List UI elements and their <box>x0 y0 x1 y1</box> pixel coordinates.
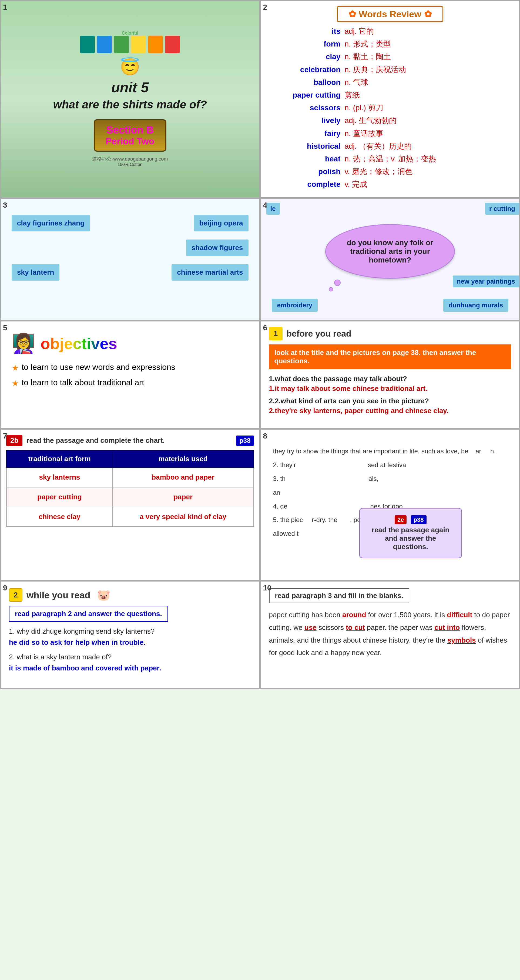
objective-2-text: to learn to talk about traditional art <box>22 378 144 387</box>
q9-2: 2. what is a sky lantern made of? it is … <box>9 653 251 674</box>
word-en-paper-cutting: paper cutting <box>269 90 345 100</box>
word-def-form: n. 形式；类型 <box>345 39 511 49</box>
shirt-blue <box>97 36 112 53</box>
word-row-scissors: scissors n. (pl.) 剪刀 <box>269 102 511 113</box>
cell-2-number: 2 <box>263 3 268 12</box>
word-en-lively: lively <box>269 115 345 126</box>
shirt-green <box>114 36 129 53</box>
cell-10: 10 read paragraph 3 and fill in the blan… <box>260 581 520 689</box>
words-review-title: Words Review <box>337 6 443 22</box>
word-en-scissors: scissors <box>269 102 345 113</box>
section-6-header: 1 before you read <box>269 327 511 340</box>
words-review-header: Words Review <box>269 6 511 22</box>
main-grid: 1 Colorful 😇 unit 5 what are the shirts … <box>0 0 520 689</box>
thought-text: do you know any folk or traditional arts… <box>347 239 433 264</box>
q6-1-answer: 1.it may talk about some chinese traditi… <box>269 385 511 393</box>
word-en-celebration: celebration <box>269 64 345 75</box>
word-row-clay: clay n. 黏土；陶土 <box>269 51 511 62</box>
cell-4-number: 4 <box>263 201 268 210</box>
q6-1-text: 1.what does the passage may talk about? <box>269 375 511 383</box>
badge-2: 2 <box>9 588 22 602</box>
word-def-balloon: n. 气球 <box>345 77 511 88</box>
word-def-its: adj. 它的 <box>345 26 511 37</box>
cell7-header: 2b read the passage and complete the cha… <box>6 435 254 446</box>
table-header-row: traditional art form materials used <box>6 450 254 468</box>
colorful-label: Colorful <box>122 31 138 36</box>
objective-1-text: to learn to use new words and expression… <box>22 363 175 372</box>
pig-icon: 🐷 <box>97 589 111 601</box>
word-def-historical: adj. （有关）历史的 <box>345 141 511 151</box>
folk-art-dunhuang: dunhuang murals <box>443 299 508 312</box>
cotton-label: 100% Cotton <box>117 162 143 167</box>
material-paper-cutting: paper <box>113 487 254 507</box>
word-en-complete: complete <box>269 179 345 189</box>
q6-2: 2.2.what kind of arts can you see in the… <box>269 397 511 415</box>
fill-text-block: paper cutting has been around for over 1… <box>269 609 511 659</box>
bubble-2c-header: 2c p38 <box>369 515 452 523</box>
blank-difficult: difficult <box>447 611 472 619</box>
badge-2c: 2c <box>395 515 407 524</box>
folk-row-3: sky lantern chinese martial arts <box>12 264 249 281</box>
cell-4: 4 le r cutting do you know any folk or t… <box>260 198 520 321</box>
word-def-scissors: n. (pl.) 剪刀 <box>345 102 511 113</box>
objectives-header: 👩‍🏫 objectives <box>12 332 249 355</box>
art-form-chinese-clay: chinese clay <box>6 507 113 527</box>
folk-art-beijing-opera: beijing opera <box>194 215 249 231</box>
words-table: its adj. 它的 form n. 形式；类型 clay n. 黏土；陶土 … <box>269 26 511 189</box>
blank-use: use <box>304 624 317 632</box>
cell8-line2: 2. they'r sed at festiva <box>273 460 507 471</box>
cell6-instruction: look at the title and the pictures on pa… <box>269 344 511 369</box>
blank-to-cut: to cut <box>346 624 365 632</box>
word-en-balloon: balloon <box>269 77 345 88</box>
folk-arts-area: clay figurines zhang beijing opera shado… <box>6 207 254 289</box>
word-en-fairy: fairy <box>269 128 345 139</box>
shirt-teal <box>80 36 95 53</box>
bubble-2c: 2c p38 read the passage again and answer… <box>359 508 462 558</box>
q9-1: 1. why did zhuge kongming send sky lante… <box>9 627 251 648</box>
folk-art-embroidery: embroidery <box>272 299 318 312</box>
word-def-polish: v. 磨光；修改；润色 <box>345 166 511 177</box>
cell-3-number: 3 <box>3 201 7 210</box>
shirt-yellow <box>131 36 146 53</box>
cell-1-number: 1 <box>3 3 7 12</box>
table-row-sky-lanterns: sky lanterns bamboo and paper <box>6 468 254 487</box>
cell-7: 7 2b read the passage and complete the c… <box>0 429 260 581</box>
cell-1: 1 Colorful 😇 unit 5 what are the shirts … <box>0 0 260 198</box>
q9-2-answer: it is made of bamboo and covered with pa… <box>9 663 251 674</box>
section-b-label: Section B <box>106 124 154 136</box>
word-row-its: its adj. 它的 <box>269 26 511 37</box>
objectives-title: objectives <box>41 334 117 353</box>
badge-p38-sm: p38 <box>411 515 426 524</box>
blank-around: around <box>342 611 366 619</box>
table-row-paper-cutting: paper cutting paper <box>6 487 254 507</box>
watermark: 道格办公-www.daogebangong.com <box>92 156 168 162</box>
word-row-form: form n. 形式；类型 <box>269 39 511 49</box>
cell-9-number: 9 <box>3 584 7 592</box>
word-row-paper-cutting: paper cutting 剪纸 <box>269 90 511 100</box>
word-en-its: its <box>269 26 345 37</box>
word-row-lively: lively adj. 生气勃勃的 <box>269 115 511 126</box>
word-row-complete: complete v. 完成 <box>269 179 511 189</box>
table-row-chinese-clay: chinese clay a very special kind of clay <box>6 507 254 527</box>
cell4-bottom-tags: embroidery dunhuang murals <box>266 299 514 314</box>
before-you-read-title: before you read <box>287 329 352 339</box>
cell-6: 6 1 before you read look at the title an… <box>260 321 520 429</box>
q9-2-text: 2. what is a sky lantern made of? <box>9 653 251 661</box>
folk-art-martial-arts: chinese martial arts <box>171 264 248 281</box>
q9-1-answer: he did so to ask for help when in troubl… <box>9 637 251 648</box>
while-header: 2 while you read 🐷 <box>9 588 251 602</box>
cell8-line1: they try to show the things that are imp… <box>273 446 507 457</box>
word-def-lively: adj. 生气勃勃的 <box>345 115 511 126</box>
cell-5: 5 👩‍🏫 objectives ★ to learn to use new w… <box>0 321 260 429</box>
word-row-balloon: balloon n. 气球 <box>269 77 511 88</box>
chart-instruction: read the passage and complete the chart. <box>27 436 165 445</box>
objective-2: ★ to learn to talk about traditional art <box>12 378 249 388</box>
word-en-heat: heat <box>269 154 345 164</box>
cell9-instruction: read paragraph 2 and answer the question… <box>9 606 168 622</box>
col-art-form: traditional art form <box>6 450 113 468</box>
folk-art-clay-figurines: clay figurines zhang <box>12 215 90 231</box>
cell-8-number: 8 <box>263 432 268 441</box>
col-materials: materials used <box>113 450 254 468</box>
word-en-form: form <box>269 39 345 49</box>
q6-1: 1.what does the passage may talk about? … <box>269 375 511 393</box>
